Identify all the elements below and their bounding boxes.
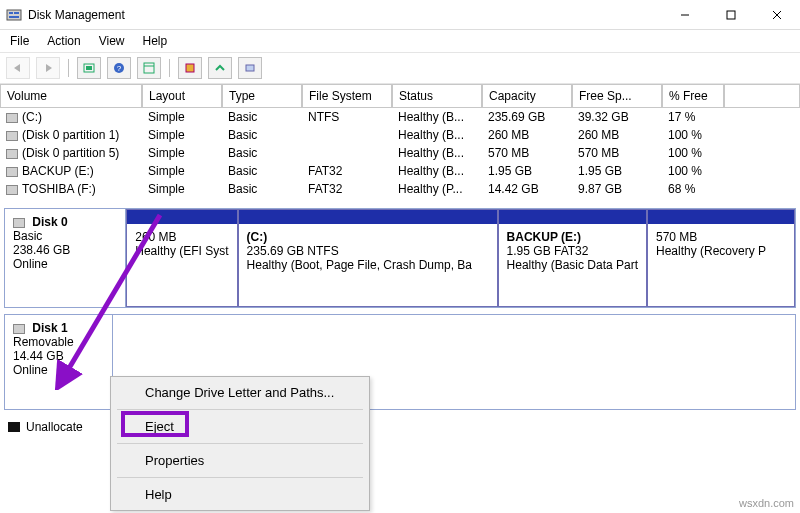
maximize-button[interactable]	[708, 0, 754, 30]
titlebar: Disk Management	[0, 0, 800, 30]
table-row[interactable]: (C:)SimpleBasicNTFSHealthy (B...235.69 G…	[0, 108, 800, 126]
cell-type: Basic	[222, 144, 302, 162]
col-capacity[interactable]: Capacity	[482, 84, 572, 108]
cell-layout: Simple	[142, 126, 222, 144]
cell-free: 39.32 GB	[572, 108, 662, 126]
svg-rect-2	[14, 12, 19, 14]
svg-rect-0	[7, 10, 21, 20]
tool-b[interactable]	[208, 57, 232, 79]
cell-layout: Simple	[142, 144, 222, 162]
cell-capacity: 260 MB	[482, 126, 572, 144]
table-row[interactable]: TOSHIBA (F:)SimpleBasicFAT32Healthy (P..…	[0, 180, 800, 198]
minimize-button[interactable]	[662, 0, 708, 30]
disk0-layout: 260 MBHealthy (EFI Syst(C:)235.69 GB NTF…	[126, 209, 795, 307]
menubar: File Action View Help	[0, 30, 800, 52]
disk0-title: Disk 0	[32, 215, 67, 229]
cell-volume: BACKUP (E:)	[0, 162, 142, 180]
forward-button[interactable]	[36, 57, 60, 79]
menu-change-drive-letter[interactable]: Change Drive Letter and Paths...	[111, 379, 369, 406]
cell-layout: Simple	[142, 108, 222, 126]
svg-rect-3	[9, 16, 19, 18]
partition[interactable]: (C:)235.69 GB NTFSHealthy (Boot, Page Fi…	[238, 209, 498, 307]
menu-file[interactable]: File	[10, 34, 29, 48]
cell-fs: FAT32	[302, 180, 392, 198]
back-button[interactable]	[6, 57, 30, 79]
cell-status: Healthy (B...	[392, 162, 482, 180]
svg-marker-8	[14, 64, 20, 72]
table-row[interactable]: (Disk 0 partition 1)SimpleBasicHealthy (…	[0, 126, 800, 144]
col-free[interactable]: Free Sp...	[572, 84, 662, 108]
disk-info-1: Disk 1 Removable 14.44 GB Online	[5, 315, 113, 409]
cell-free: 260 MB	[572, 126, 662, 144]
cell-free: 1.95 GB	[572, 162, 662, 180]
cell-capacity: 570 MB	[482, 144, 572, 162]
props-button[interactable]	[137, 57, 161, 79]
disk1-title: Disk 1	[32, 321, 67, 335]
partition-line2: Healthy (Basic Data Part	[507, 258, 638, 272]
menu-eject[interactable]: Eject	[111, 413, 369, 440]
svg-rect-11	[86, 66, 92, 70]
window-title: Disk Management	[28, 8, 662, 22]
partition-line1: 570 MB	[656, 230, 697, 244]
cell-pct: 100 %	[662, 162, 724, 180]
svg-rect-14	[144, 63, 154, 73]
volume-table: Volume Layout Type File System Status Ca…	[0, 84, 800, 198]
menu-help[interactable]: Help	[111, 481, 369, 508]
col-volume[interactable]: Volume	[0, 84, 142, 108]
col-spare[interactable]	[724, 84, 800, 108]
partition-stripe	[499, 210, 646, 224]
menu-help[interactable]: Help	[143, 34, 168, 48]
cell-pct: 100 %	[662, 144, 724, 162]
col-layout[interactable]: Layout	[142, 84, 222, 108]
table-row[interactable]: BACKUP (E:)SimpleBasicFAT32Healthy (B...…	[0, 162, 800, 180]
toolbar: ?	[0, 52, 800, 84]
col-pct[interactable]: % Free	[662, 84, 724, 108]
col-status[interactable]: Status	[392, 84, 482, 108]
tool-c[interactable]	[238, 57, 262, 79]
volume-icon	[6, 167, 18, 177]
tool-a[interactable]	[178, 57, 202, 79]
cell-volume: (Disk 0 partition 1)	[0, 126, 142, 144]
cell-type: Basic	[222, 162, 302, 180]
cell-capacity: 235.69 GB	[482, 108, 572, 126]
partition[interactable]: 570 MBHealthy (Recovery P	[647, 209, 795, 307]
partition-heading: (C:)	[247, 230, 268, 244]
partition-line1: 1.95 GB FAT32	[507, 244, 589, 258]
menu-properties[interactable]: Properties	[111, 447, 369, 474]
svg-rect-16	[186, 64, 194, 72]
cell-fs	[302, 144, 392, 162]
cell-volume: (C:)	[0, 108, 142, 126]
close-button[interactable]	[754, 0, 800, 30]
cell-status: Healthy (B...	[392, 144, 482, 162]
partition-line2: Healthy (Recovery P	[656, 244, 766, 258]
volume-icon	[6, 185, 18, 195]
cell-free: 570 MB	[572, 144, 662, 162]
menu-view[interactable]: View	[99, 34, 125, 48]
disk0-state: Online	[13, 257, 48, 271]
col-type[interactable]: Type	[222, 84, 302, 108]
app-icon	[6, 7, 22, 23]
menu-action[interactable]: Action	[47, 34, 80, 48]
svg-text:?: ?	[117, 64, 122, 73]
partition-stripe	[239, 210, 497, 224]
volume-icon	[6, 113, 18, 123]
cell-type: Basic	[222, 126, 302, 144]
refresh-button[interactable]	[77, 57, 101, 79]
cell-free: 9.87 GB	[572, 180, 662, 198]
disk0-bus: Basic	[13, 229, 42, 243]
partition-line1: 260 MB	[135, 230, 176, 244]
partition-line2: Healthy (EFI Syst	[135, 244, 228, 258]
partition[interactable]: 260 MBHealthy (EFI Syst	[126, 209, 237, 307]
volume-icon	[6, 131, 18, 141]
partition[interactable]: BACKUP (E:)1.95 GB FAT32Healthy (Basic D…	[498, 209, 647, 307]
disk-panel-0[interactable]: Disk 0 Basic 238.46 GB Online 260 MBHeal…	[4, 208, 796, 308]
cell-pct: 68 %	[662, 180, 724, 198]
table-row[interactable]: (Disk 0 partition 5)SimpleBasicHealthy (…	[0, 144, 800, 162]
svg-rect-17	[246, 65, 254, 71]
cell-fs: NTFS	[302, 108, 392, 126]
cell-pct: 100 %	[662, 126, 724, 144]
col-fs[interactable]: File System	[302, 84, 392, 108]
help-button[interactable]: ?	[107, 57, 131, 79]
cell-status: Healthy (B...	[392, 108, 482, 126]
svg-marker-9	[46, 64, 52, 72]
